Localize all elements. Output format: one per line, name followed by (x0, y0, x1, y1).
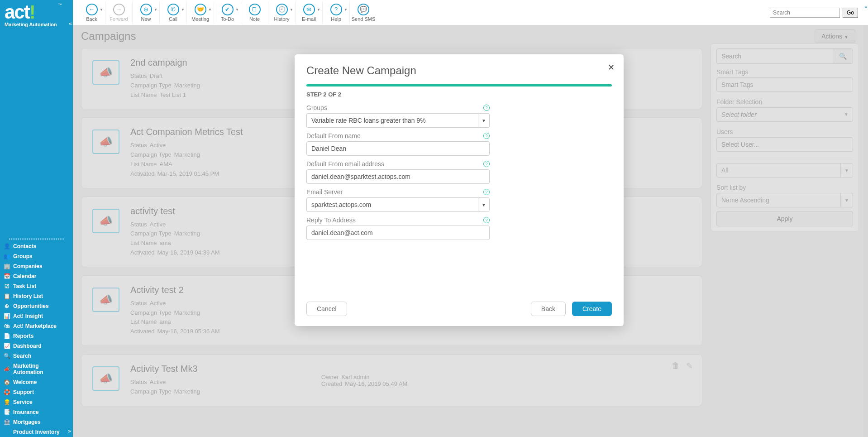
global-search-go-button[interactable]: Go (843, 8, 858, 18)
chevron-down-icon[interactable]: ▼ (478, 197, 490, 212)
sidebar-resize-handle[interactable] (9, 238, 64, 240)
nav-label: Service (13, 399, 33, 405)
toolbar-expand-icon[interactable]: » (864, 5, 867, 10)
sidebar-item-dashboard[interactable]: 📈Dashboard (0, 341, 73, 351)
reply-to-label: Reply To Address (306, 216, 356, 224)
help-icon[interactable]: ? (483, 161, 490, 167)
nav-label: Contacts (13, 243, 36, 250)
help-icon[interactable]: ? (483, 133, 490, 139)
chevron-down-icon[interactable]: ▼ (478, 113, 490, 128)
modal-title: Create New Campaign (306, 64, 612, 77)
from-name-input[interactable] (306, 141, 490, 156)
toolbar-label: Note (249, 16, 260, 22)
toolbar-label: Call (169, 16, 177, 22)
email-server-select[interactable] (306, 197, 478, 212)
sidebar-item-welcome[interactable]: 🏠Welcome (0, 377, 73, 387)
toolbar-search: Go (770, 8, 858, 18)
modal-cancel-button[interactable]: Cancel (306, 302, 347, 316)
call-icon: ✆ (167, 4, 179, 15)
sidebar-item-companies[interactable]: 🏢Companies (0, 261, 73, 271)
nav-icon: 📋 (4, 293, 10, 299)
send sms-icon: 💬 (358, 4, 369, 15)
sidebar-collapse-icon[interactable]: « (69, 20, 72, 27)
toolbar-meeting-button[interactable]: 🤝Meeting▼ (187, 1, 214, 24)
chevron-down-icon: ▼ (100, 8, 103, 12)
toolbar-to-do-button[interactable]: ✔To-Do▼ (214, 1, 241, 24)
nav-label: Insurance (13, 409, 39, 415)
toolbar-label: Help (331, 16, 341, 22)
sidebar-item-act-marketplace[interactable]: 🛍Act! Marketplace (0, 321, 73, 331)
nav-label: Calendar (13, 273, 36, 279)
modal-form: Groups ? ▼ Default From name ? (306, 104, 490, 302)
sidebar-item-task-list[interactable]: ☑Task List (0, 281, 73, 291)
nav-list: 👤Contacts👥Groups🏢Companies📅Calendar☑Task… (0, 241, 73, 437)
toolbar-forward-button[interactable]: →Forward (105, 1, 133, 24)
history-icon: 🕘 (276, 4, 288, 15)
sidebar: act! ™ Marketing Automation « 👤Contacts👥… (0, 0, 73, 437)
sidebar-item-search[interactable]: 🔍Search (0, 351, 73, 361)
reply-to-input[interactable] (306, 226, 490, 240)
nav-icon: 🏠 (4, 379, 10, 385)
sidebar-item-opportunities[interactable]: ⊕Opportunities (0, 301, 73, 311)
toolbar-new-button[interactable]: ⊕New▼ (133, 1, 160, 24)
toolbar-send-sms-button[interactable]: 💬Send SMS (350, 1, 377, 24)
sidebar-item-reports[interactable]: 📄Reports (0, 331, 73, 341)
to-do-icon: ✔ (222, 4, 234, 15)
toolbar-label: E-mail (302, 16, 316, 22)
sidebar-item-calendar[interactable]: 📅Calendar (0, 271, 73, 281)
global-search-input[interactable] (770, 8, 840, 18)
toolbar-e-mail-button[interactable]: ✉E-mail▼ (296, 1, 323, 24)
modal-close-icon[interactable]: ✕ (608, 62, 615, 72)
nav-label: Welcome (13, 379, 37, 385)
chevron-down-icon: ▼ (208, 8, 212, 12)
email-server-label: Email Server (306, 188, 343, 196)
help-icon[interactable]: ? (483, 217, 490, 223)
create-campaign-modal: Create New Campaign ✕ STEP 2 OF 2 Groups… (295, 54, 624, 326)
forward-icon: → (113, 4, 125, 15)
nav-icon: 👤 (4, 243, 10, 250)
sidebar-item-history-list[interactable]: 📋History List (0, 291, 73, 301)
sidebar-item-product-inventory[interactable]: Product Inventory (0, 427, 73, 437)
toolbar-label: Meeting (191, 16, 209, 22)
chevron-down-icon: ▼ (235, 8, 239, 12)
sidebar-expand-icon[interactable]: » (68, 428, 71, 434)
toolbar-help-button[interactable]: ?Help▼ (323, 1, 350, 24)
sidebar-item-mortgages[interactable]: 🏦Mortgages (0, 417, 73, 427)
from-email-input[interactable] (306, 169, 490, 184)
note-icon: 🗒 (249, 4, 261, 15)
sidebar-item-service[interactable]: 👷Service (0, 397, 73, 407)
sidebar-item-act-insight[interactable]: 📊Act! Insight (0, 311, 73, 321)
toolbar: ←Back▼→Forward⊕New▼✆Call▼🤝Meeting▼✔To-Do… (73, 0, 868, 25)
nav-icon: 📄 (4, 333, 10, 339)
main-column: ←Back▼→Forward⊕New▼✆Call▼🤝Meeting▼✔To-Do… (73, 0, 868, 437)
nav-icon: 👥 (4, 253, 10, 259)
toolbar-label: To-Do (221, 16, 234, 22)
nav-icon: 🔍 (4, 353, 10, 359)
from-email-label: Default From email address (306, 160, 384, 168)
nav-label: Dashboard (13, 343, 42, 349)
groups-label: Groups (306, 104, 327, 111)
sidebar-item-contacts[interactable]: 👤Contacts (0, 241, 73, 251)
modal-create-button[interactable]: Create (572, 302, 612, 316)
help-icon[interactable]: ? (483, 105, 490, 111)
toolbar-history-button[interactable]: 🕘History▼ (268, 1, 296, 24)
toolbar-back-button[interactable]: ←Back▼ (78, 1, 105, 24)
sidebar-item-support[interactable]: 🛟Support (0, 387, 73, 397)
toolbar-note-button[interactable]: 🗒Note (241, 1, 268, 24)
toolbar-call-button[interactable]: ✆Call▼ (160, 1, 187, 24)
modal-back-button[interactable]: Back (531, 302, 566, 316)
sidebar-item-groups[interactable]: 👥Groups (0, 251, 73, 261)
app-root: act! ™ Marketing Automation « 👤Contacts👥… (0, 0, 868, 437)
nav-label: Opportunities (13, 303, 49, 309)
groups-select[interactable] (306, 113, 478, 128)
nav-icon: ⊕ (4, 303, 10, 309)
sidebar-item-insurance[interactable]: 📑Insurance (0, 407, 73, 417)
brand-logo: act! ™ Marketing Automation (0, 0, 73, 31)
sidebar-item-marketing-automation[interactable]: 📣Marketing Automation (0, 361, 73, 377)
modal-footer: Cancel Back Create (306, 302, 612, 316)
nav-label: Product Inventory (13, 429, 60, 435)
toolbar-label: Send SMS (352, 16, 376, 22)
meeting-icon: 🤝 (195, 4, 206, 15)
nav-icon: 👷 (4, 399, 10, 405)
help-icon[interactable]: ? (483, 189, 490, 195)
